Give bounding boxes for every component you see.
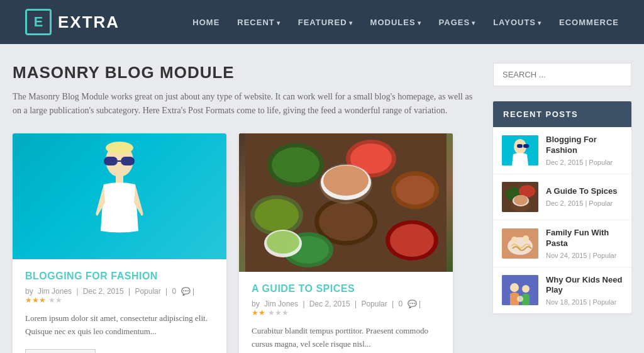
rp-info-1: Blogging For Fashion Dec 2, 2015 | Popul… <box>546 135 623 166</box>
fashion-figure <box>13 133 226 259</box>
thumb-svg-2 <box>502 182 538 212</box>
chevron-down-icon: ▾ <box>418 20 421 26</box>
nav-link-layouts[interactable]: LAYOUTS▾ <box>493 18 541 27</box>
rp-title-3: Family Fun With Pasta <box>546 228 623 249</box>
stars-empty-spices: ★★★ <box>268 308 289 317</box>
rp-title-2: A Guide To Spices <box>546 186 623 197</box>
nav-item-modules[interactable]: MODULES▾ <box>370 16 421 28</box>
nav-link-ecommerce[interactable]: ECOMMERCE <box>559 18 619 27</box>
thumb-img-2 <box>502 182 538 212</box>
svg-rect-1 <box>104 157 118 165</box>
nav-link-modules[interactable]: MODULES▾ <box>370 18 421 27</box>
search-input[interactable] <box>493 63 631 86</box>
nav-link-home[interactable]: HOME <box>192 18 219 27</box>
nav-link-pages[interactable]: PAGES▾ <box>439 18 476 27</box>
svg-point-35 <box>514 195 528 205</box>
spices-svg <box>239 133 453 272</box>
card-meta-fashion: by Jim Jones | Dec 2, 2015 | Popular | 0… <box>25 287 214 305</box>
svg-point-23 <box>323 165 369 196</box>
page-description: The Masonry Blog Module works great on j… <box>13 90 474 118</box>
date-fashion: Dec 2, 2015 <box>83 287 124 296</box>
category-spices: Popular <box>361 300 387 308</box>
nav-link-recent[interactable]: RECENT▾ <box>237 18 280 27</box>
recent-post-item-4[interactable]: Why Our Kids Need Play Nov 18, 2015 | Po… <box>493 267 631 314</box>
navbar: E EXTRA HOME RECENT▾ FEATURED▾ MODULES▾ … <box>0 0 644 44</box>
card-excerpt-fashion: Lorem ipsum dolor sit amet, consectetur … <box>25 312 214 339</box>
rp-meta-2: Dec 2, 2015 | Popular <box>546 199 623 207</box>
recent-post-item-3[interactable]: Family Fun With Pasta Nov 24, 2015 | Pop… <box>493 220 631 267</box>
stars-filled-spices: ★★ <box>252 308 265 317</box>
thumb-img-4 <box>502 275 538 305</box>
nav-item-featured[interactable]: FEATURED▾ <box>298 16 353 28</box>
thumb-svg-1 <box>502 135 538 165</box>
by-label-spices: by <box>252 300 260 308</box>
nav-link-featured[interactable]: FEATURED▾ <box>298 18 353 27</box>
rp-meta-1: Dec 2, 2015 | Popular <box>546 159 623 166</box>
comment-icon: 💬 | <box>181 287 194 296</box>
chevron-down-icon: ▾ <box>277 20 280 26</box>
read-more-fashion[interactable]: READ MORE <box>25 349 96 353</box>
nav-item-home[interactable]: HOME <box>192 16 219 28</box>
svg-point-42 <box>522 285 530 293</box>
card-fashion: BLOGGING FOR FASHION by Jim Jones | Dec … <box>13 133 226 353</box>
thumb-img-1 <box>502 135 538 165</box>
rp-title-4: Why Our Kids Need Play <box>546 275 623 296</box>
nav-links: HOME RECENT▾ FEATURED▾ MODULES▾ PAGES▾ L… <box>192 16 619 28</box>
separator2: | <box>128 287 132 296</box>
rp-meta-3: Nov 24, 2015 | Popular <box>546 252 623 259</box>
comments-fashion: 0 <box>172 287 177 296</box>
rp-meta-4: Nov 18, 2015 | Popular <box>546 298 623 306</box>
separator3: | <box>165 287 169 296</box>
recent-posts-title: RECENT POSTS <box>493 101 631 127</box>
nav-item-pages[interactable]: PAGES▾ <box>439 16 476 28</box>
svg-rect-29 <box>523 144 529 148</box>
card-body-fashion: BLOGGING FOR FASHION by Jim Jones | Dec … <box>13 259 226 353</box>
chevron-down-icon: ▾ <box>538 20 541 26</box>
logo-icon: E <box>25 9 52 35</box>
author-fashion: Jim Jones <box>38 287 72 296</box>
svg-point-39 <box>523 235 529 242</box>
svg-point-43 <box>517 296 523 302</box>
page-body: MASONRY BLOG MODULE The Masonry Blog Mod… <box>0 44 644 353</box>
card-body-spices: A GUIDE TO SPICES by Jim Jones | Dec 2, … <box>239 272 453 353</box>
svg-point-18 <box>390 224 434 257</box>
rp-title-1: Blogging For Fashion <box>546 135 623 156</box>
svg-point-41 <box>510 283 519 292</box>
separator1s: | <box>303 300 306 308</box>
separator3s: | <box>392 300 396 308</box>
logo[interactable]: E EXTRA <box>25 9 119 35</box>
svg-point-16 <box>319 202 373 241</box>
card-image-fashion <box>13 133 226 259</box>
rp-info-2: A Guide To Spices Dec 2, 2015 | Popular <box>546 186 623 207</box>
card-excerpt-spices: Curabitur blandit tempus porttitor. Prae… <box>252 325 440 351</box>
date-spices: Dec 2, 2015 <box>309 300 350 308</box>
rp-thumb-4 <box>502 275 538 305</box>
card-title-spices: A GUIDE TO SPICES <box>252 283 440 294</box>
svg-rect-2 <box>121 157 135 165</box>
svg-point-25 <box>267 231 299 254</box>
author-spices: Jim Jones <box>264 300 298 308</box>
rp-thumb-3 <box>502 228 538 259</box>
chevron-down-icon: ▾ <box>349 20 353 26</box>
cards-grid: BLOGGING FOR FASHION by Jim Jones | Dec … <box>13 133 474 353</box>
stars-filled-fashion: ★★★ <box>25 296 46 305</box>
logo-text: EXTRA <box>58 13 119 32</box>
svg-rect-28 <box>517 144 523 148</box>
thumb-svg-4 <box>502 275 538 305</box>
main-content: MASONRY BLOG MODULE The Masonry Blog Mod… <box>13 63 474 353</box>
svg-point-38 <box>511 237 518 243</box>
recent-post-item-2[interactable]: A Guide To Spices Dec 2, 2015 | Popular <box>493 174 631 220</box>
svg-point-12 <box>396 176 435 205</box>
recent-post-item-1[interactable]: Blogging For Fashion Dec 2, 2015 | Popul… <box>493 127 631 174</box>
card-image-spices <box>239 133 453 272</box>
separator2s: | <box>355 300 358 308</box>
nav-item-ecommerce[interactable]: ECOMMERCE <box>559 16 619 28</box>
nav-item-recent[interactable]: RECENT▾ <box>237 16 280 28</box>
card-spices: A GUIDE TO SPICES by Jim Jones | Dec 2, … <box>239 133 453 353</box>
svg-point-14 <box>255 199 299 232</box>
chevron-down-icon: ▾ <box>472 20 475 26</box>
svg-point-4 <box>106 142 133 154</box>
thumb-svg-3 <box>502 228 538 259</box>
nav-item-layouts[interactable]: LAYOUTS▾ <box>493 16 541 28</box>
thumb-img-3 <box>502 228 538 259</box>
